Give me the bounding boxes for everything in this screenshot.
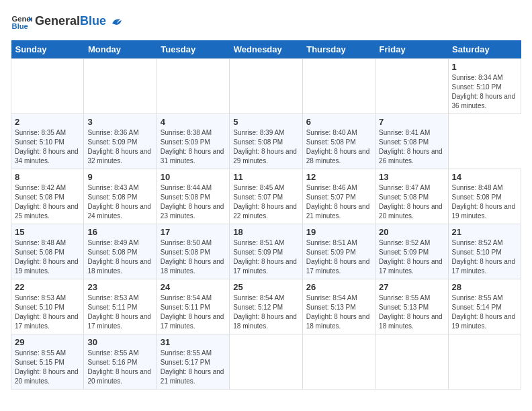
column-header-saturday: Saturday bbox=[448, 40, 521, 59]
day-info: Sunrise: 8:53 AM Sunset: 5:11 PM Dayligh… bbox=[87, 293, 152, 331]
empty-cell bbox=[157, 59, 229, 114]
calendar-day-cell: 5 Sunrise: 8:39 AM Sunset: 5:08 PM Dayli… bbox=[230, 114, 302, 169]
day-info: Sunrise: 8:38 AM Sunset: 5:09 PM Dayligh… bbox=[161, 128, 226, 166]
calendar-day-cell: 23 Sunrise: 8:53 AM Sunset: 5:11 PM Dayl… bbox=[84, 279, 157, 334]
empty-cell bbox=[11, 59, 84, 114]
day-number: 18 bbox=[233, 227, 298, 237]
day-number: 22 bbox=[15, 282, 80, 292]
calendar-day-cell: 3 Sunrise: 8:36 AM Sunset: 5:09 PM Dayli… bbox=[84, 114, 157, 169]
calendar-day-cell: 18 Sunrise: 8:51 AM Sunset: 5:09 PM Dayl… bbox=[230, 224, 302, 279]
column-header-friday: Friday bbox=[375, 40, 448, 59]
calendar-day-cell: 28 Sunrise: 8:55 AM Sunset: 5:14 PM Dayl… bbox=[448, 279, 521, 334]
day-number: 16 bbox=[87, 227, 152, 237]
day-info: Sunrise: 8:54 AM Sunset: 5:11 PM Dayligh… bbox=[161, 293, 226, 331]
day-info: Sunrise: 8:54 AM Sunset: 5:12 PM Dayligh… bbox=[233, 293, 298, 331]
calendar-day-cell: 22 Sunrise: 8:53 AM Sunset: 5:10 PM Dayl… bbox=[11, 279, 84, 334]
day-number: 28 bbox=[452, 282, 517, 292]
calendar-week-row: 2 Sunrise: 8:35 AM Sunset: 5:10 PM Dayli… bbox=[11, 114, 521, 169]
day-number: 7 bbox=[379, 117, 444, 127]
day-number: 21 bbox=[452, 227, 517, 237]
day-number: 24 bbox=[161, 282, 226, 292]
calendar-day-cell: 16 Sunrise: 8:49 AM Sunset: 5:08 PM Dayl… bbox=[84, 224, 157, 279]
empty-cell bbox=[84, 59, 157, 114]
calendar-week-row: 29 Sunrise: 8:55 AM Sunset: 5:15 PM Dayl… bbox=[11, 334, 521, 390]
calendar-header-row: SundayMondayTuesdayWednesdayThursdayFrid… bbox=[11, 40, 521, 59]
day-info: Sunrise: 8:42 AM Sunset: 5:08 PM Dayligh… bbox=[15, 183, 80, 221]
day-info: Sunrise: 8:45 AM Sunset: 5:07 PM Dayligh… bbox=[233, 183, 298, 221]
calendar-day-cell: 13 Sunrise: 8:47 AM Sunset: 5:08 PM Dayl… bbox=[375, 169, 448, 224]
calendar-week-row: 22 Sunrise: 8:53 AM Sunset: 5:10 PM Dayl… bbox=[11, 279, 521, 334]
day-info: Sunrise: 8:52 AM Sunset: 5:10 PM Dayligh… bbox=[452, 238, 517, 276]
day-info: Sunrise: 8:47 AM Sunset: 5:08 PM Dayligh… bbox=[379, 183, 444, 221]
day-number: 6 bbox=[306, 117, 371, 127]
day-number: 11 bbox=[233, 172, 298, 182]
column-header-tuesday: Tuesday bbox=[157, 40, 229, 59]
day-info: Sunrise: 8:39 AM Sunset: 5:08 PM Dayligh… bbox=[233, 128, 298, 166]
day-number: 3 bbox=[87, 117, 152, 127]
calendar-day-cell: 21 Sunrise: 8:52 AM Sunset: 5:10 PM Dayl… bbox=[448, 224, 521, 279]
day-number: 20 bbox=[379, 227, 444, 237]
calendar-table: SundayMondayTuesdayWednesdayThursdayFrid… bbox=[11, 40, 521, 390]
logo-icon: General Blue bbox=[11, 11, 32, 32]
day-number: 12 bbox=[306, 172, 371, 182]
day-info: Sunrise: 8:36 AM Sunset: 5:09 PM Dayligh… bbox=[87, 128, 152, 166]
calendar-day-cell: 12 Sunrise: 8:46 AM Sunset: 5:07 PM Dayl… bbox=[302, 169, 375, 224]
svg-text:Blue: Blue bbox=[12, 22, 28, 30]
day-number: 23 bbox=[87, 282, 152, 292]
logo-bird-icon bbox=[111, 15, 123, 28]
day-info: Sunrise: 8:55 AM Sunset: 5:14 PM Dayligh… bbox=[452, 293, 517, 331]
day-number: 5 bbox=[233, 117, 298, 127]
calendar-day-cell: 20 Sunrise: 8:52 AM Sunset: 5:09 PM Dayl… bbox=[375, 224, 448, 279]
calendar-day-cell: 15 Sunrise: 8:48 AM Sunset: 5:08 PM Dayl… bbox=[11, 224, 84, 279]
day-number: 14 bbox=[452, 172, 517, 182]
calendar-day-cell: 27 Sunrise: 8:55 AM Sunset: 5:13 PM Dayl… bbox=[375, 279, 448, 334]
empty-cell bbox=[302, 334, 375, 390]
calendar-day-cell: 31 Sunrise: 8:55 AM Sunset: 5:17 PM Dayl… bbox=[157, 334, 229, 390]
calendar-day-cell: 1 Sunrise: 8:34 AM Sunset: 5:10 PM Dayli… bbox=[448, 59, 521, 114]
calendar-day-cell: 2 Sunrise: 8:35 AM Sunset: 5:10 PM Dayli… bbox=[11, 114, 84, 169]
day-info: Sunrise: 8:34 AM Sunset: 5:10 PM Dayligh… bbox=[452, 73, 517, 111]
day-number: 9 bbox=[87, 172, 152, 182]
day-info: Sunrise: 8:55 AM Sunset: 5:15 PM Dayligh… bbox=[15, 349, 80, 386]
column-header-monday: Monday bbox=[84, 40, 157, 59]
calendar-day-cell: 25 Sunrise: 8:54 AM Sunset: 5:12 PM Dayl… bbox=[230, 279, 302, 334]
empty-cell bbox=[302, 59, 375, 114]
calendar-day-cell: 19 Sunrise: 8:51 AM Sunset: 5:09 PM Dayl… bbox=[302, 224, 375, 279]
day-info: Sunrise: 8:54 AM Sunset: 5:13 PM Dayligh… bbox=[306, 293, 371, 331]
day-number: 4 bbox=[161, 117, 226, 127]
day-number: 10 bbox=[161, 172, 226, 182]
day-info: Sunrise: 8:50 AM Sunset: 5:08 PM Dayligh… bbox=[161, 238, 226, 276]
empty-cell bbox=[230, 59, 302, 114]
empty-cell bbox=[375, 334, 448, 390]
empty-cell bbox=[375, 59, 448, 114]
day-number: 27 bbox=[379, 282, 444, 292]
day-number: 30 bbox=[87, 337, 152, 347]
calendar-day-cell: 11 Sunrise: 8:45 AM Sunset: 5:07 PM Dayl… bbox=[230, 169, 302, 224]
calendar-day-cell: 4 Sunrise: 8:38 AM Sunset: 5:09 PM Dayli… bbox=[157, 114, 229, 169]
column-header-thursday: Thursday bbox=[302, 40, 375, 59]
day-info: Sunrise: 8:46 AM Sunset: 5:07 PM Dayligh… bbox=[306, 183, 371, 221]
day-number: 25 bbox=[233, 282, 298, 292]
day-number: 19 bbox=[306, 227, 371, 237]
calendar-day-cell: 17 Sunrise: 8:50 AM Sunset: 5:08 PM Dayl… bbox=[157, 224, 229, 279]
day-info: Sunrise: 8:48 AM Sunset: 5:08 PM Dayligh… bbox=[452, 183, 517, 221]
column-header-wednesday: Wednesday bbox=[230, 40, 302, 59]
day-info: Sunrise: 8:52 AM Sunset: 5:09 PM Dayligh… bbox=[379, 238, 444, 276]
day-number: 8 bbox=[15, 172, 80, 182]
day-info: Sunrise: 8:51 AM Sunset: 5:09 PM Dayligh… bbox=[233, 238, 298, 276]
day-info: Sunrise: 8:55 AM Sunset: 5:16 PM Dayligh… bbox=[87, 349, 152, 386]
calendar-day-cell: 9 Sunrise: 8:43 AM Sunset: 5:08 PM Dayli… bbox=[84, 169, 157, 224]
day-number: 26 bbox=[306, 282, 371, 292]
calendar-day-cell: 6 Sunrise: 8:40 AM Sunset: 5:08 PM Dayli… bbox=[302, 114, 375, 169]
day-info: Sunrise: 8:41 AM Sunset: 5:08 PM Dayligh… bbox=[379, 128, 444, 166]
day-info: Sunrise: 8:53 AM Sunset: 5:10 PM Dayligh… bbox=[15, 293, 80, 331]
logo: General Blue GeneralBlue bbox=[11, 11, 123, 32]
day-number: 2 bbox=[15, 117, 80, 127]
calendar-week-row: 1 Sunrise: 8:34 AM Sunset: 5:10 PM Dayli… bbox=[11, 59, 521, 114]
day-info: Sunrise: 8:55 AM Sunset: 5:13 PM Dayligh… bbox=[379, 293, 444, 331]
column-header-sunday: Sunday bbox=[11, 40, 84, 59]
calendar-day-cell: 14 Sunrise: 8:48 AM Sunset: 5:08 PM Dayl… bbox=[448, 169, 521, 224]
day-info: Sunrise: 8:35 AM Sunset: 5:10 PM Dayligh… bbox=[15, 128, 80, 166]
calendar-week-row: 8 Sunrise: 8:42 AM Sunset: 5:08 PM Dayli… bbox=[11, 169, 521, 224]
logo-text: GeneralBlue bbox=[35, 15, 123, 28]
